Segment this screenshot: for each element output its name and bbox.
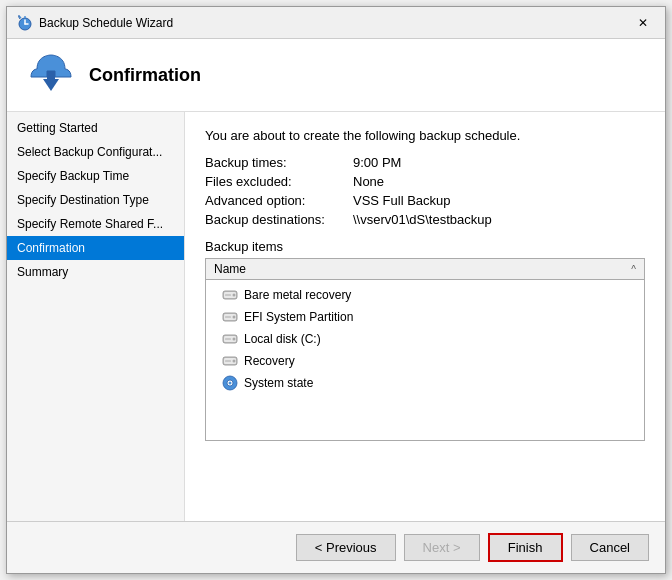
header-title: Confirmation — [89, 65, 201, 86]
backup-times-label: Backup times: — [205, 155, 345, 170]
sidebar-item-specify-destination[interactable]: Specify Destination Type — [7, 188, 184, 212]
table-row: System state — [206, 372, 644, 394]
sidebar-item-summary[interactable]: Summary — [7, 260, 184, 284]
title-bar-left: Backup Schedule Wizard — [17, 15, 173, 31]
table-sort-arrow[interactable]: ^ — [631, 264, 636, 275]
footer: < Previous Next > Finish Cancel — [7, 521, 665, 573]
svg-rect-20 — [225, 361, 231, 362]
header-backup-icon — [27, 51, 75, 99]
table-row: Local disk (C:) — [206, 328, 644, 350]
close-button[interactable]: ✕ — [631, 13, 655, 33]
hdd-icon — [222, 353, 238, 369]
next-button[interactable]: Next > — [404, 534, 480, 561]
table-column-name: Name — [214, 262, 246, 276]
wizard-header: Confirmation — [7, 39, 665, 112]
backup-item-name: Recovery — [244, 354, 295, 368]
sidebar-item-specify-remote[interactable]: Specify Remote Shared F... — [7, 212, 184, 236]
table-body: Bare metal recovery EFI System Partition — [206, 280, 644, 440]
hdd-icon — [222, 287, 238, 303]
svg-point-23 — [229, 382, 232, 385]
info-grid: Backup times: 9:00 PM Files excluded: No… — [205, 155, 645, 227]
wizard-window: Backup Schedule Wizard ✕ Confirmation Ge… — [6, 6, 666, 574]
backup-item-name: Local disk (C:) — [244, 332, 321, 346]
table-row: Recovery — [206, 350, 644, 372]
backup-items-table: Name ^ Bare metal recovery — [205, 258, 645, 441]
finish-button[interactable]: Finish — [488, 533, 563, 562]
wizard-icon — [17, 15, 33, 31]
files-excluded-value: None — [353, 174, 645, 189]
hdd-icon — [222, 309, 238, 325]
svg-rect-16 — [225, 339, 231, 340]
svg-point-7 — [233, 294, 236, 297]
backup-items-section: Backup items Name ^ — [205, 239, 645, 441]
svg-rect-4 — [47, 71, 55, 81]
backup-item-name: System state — [244, 376, 313, 390]
sidebar: Getting Started Select Backup Configurat… — [7, 112, 185, 521]
sidebar-item-specify-backup-time[interactable]: Specify Backup Time — [7, 164, 184, 188]
system-state-icon — [222, 375, 238, 391]
backup-items-label: Backup items — [205, 239, 645, 254]
main-content: You are about to create the following ba… — [185, 112, 665, 521]
table-row: Bare metal recovery — [206, 284, 644, 306]
title-bar: Backup Schedule Wizard ✕ — [7, 7, 665, 39]
backup-item-name: EFI System Partition — [244, 310, 353, 324]
svg-point-11 — [233, 316, 236, 319]
table-row: EFI System Partition — [206, 306, 644, 328]
files-excluded-label: Files excluded: — [205, 174, 345, 189]
advanced-option-label: Advanced option: — [205, 193, 345, 208]
advanced-option-value: VSS Full Backup — [353, 193, 645, 208]
content-area: Getting Started Select Backup Configurat… — [7, 112, 665, 521]
svg-rect-8 — [225, 295, 231, 296]
hdd-icon — [222, 331, 238, 347]
svg-point-15 — [233, 338, 236, 341]
backup-dest-label: Backup destinations: — [205, 212, 345, 227]
table-header: Name ^ — [206, 259, 644, 280]
backup-times-value: 9:00 PM — [353, 155, 645, 170]
sidebar-item-select-backup[interactable]: Select Backup Configurat... — [7, 140, 184, 164]
svg-rect-12 — [225, 317, 231, 318]
cancel-button[interactable]: Cancel — [571, 534, 649, 561]
sidebar-item-confirmation[interactable]: Confirmation — [7, 236, 184, 260]
backup-dest-value: \\vserv01\dS\testbackup — [353, 212, 645, 227]
intro-text: You are about to create the following ba… — [205, 128, 645, 143]
backup-item-name: Bare metal recovery — [244, 288, 351, 302]
title-bar-text: Backup Schedule Wizard — [39, 16, 173, 30]
svg-point-19 — [233, 360, 236, 363]
sidebar-item-getting-started[interactable]: Getting Started — [7, 116, 184, 140]
previous-button[interactable]: < Previous — [296, 534, 396, 561]
